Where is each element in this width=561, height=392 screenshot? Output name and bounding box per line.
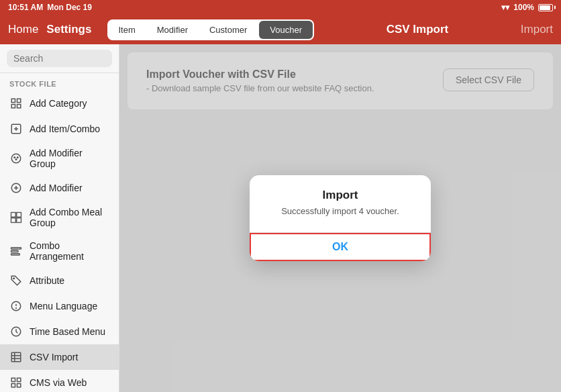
dialog-ok-button[interactable]: OK [250,233,431,261]
tab-voucher[interactable]: Voucher [259,21,313,39]
sidebar-item-csv-import[interactable]: CSV Import [0,344,119,370]
wifi-icon: ▾▾ [501,3,509,12]
svg-rect-0 [11,99,15,102]
sidebar-item-attribute[interactable]: Attribute [0,268,119,293]
svg-rect-27 [11,352,21,362]
svg-rect-20 [11,254,20,255]
status-bar-left: 10:51 AM Mon Dec 19 [8,3,92,12]
header-tabs: Item Modifier Customer Voucher [107,19,314,40]
sidebar-item-menu-language[interactable]: Menu Language [0,293,119,319]
sidebar-item-add-category[interactable]: Add Category [0,91,119,116]
sidebar-item-add-combo-meal-group[interactable]: Add Combo Meal Group [0,201,119,234]
sidebar-label-add-combo-meal-group: Add Combo Meal Group [30,207,109,228]
table-icon [9,350,23,364]
status-bar: 10:51 AM Mon Dec 19 ▾▾ 100% [0,0,561,15]
grid-icon [9,97,23,110]
sidebar-item-add-modifier[interactable]: Add Modifier [0,175,119,201]
search-bar [0,44,119,73]
dialog-buttons: OK [250,233,431,261]
sidebar-label-add-modifier: Add Modifier [30,183,83,193]
tag-icon [9,274,23,287]
sidebar-label-add-modifier-group: Add Modifier Group [30,148,109,169]
svg-point-8 [14,157,15,158]
circle-dots-icon [9,152,23,165]
header-nav: Home Settings [8,23,91,36]
tab-customer[interactable]: Customer [199,19,258,40]
time: 10:51 AM [8,3,43,12]
battery-icon [538,4,553,11]
main-layout: STOCK FILE Add Category Add Item/Combo A… [0,44,561,392]
svg-rect-32 [17,378,21,381]
svg-rect-15 [17,213,21,217]
sidebar-item-add-modifier-group[interactable]: Add Modifier Group [0,142,119,175]
sidebar-item-time-based-menu[interactable]: Time Based Menu [0,319,119,344]
sidebar-label-time-based-menu: Time Based Menu [30,326,105,337]
arrange-icon [9,244,23,258]
svg-rect-31 [11,378,15,381]
svg-rect-3 [17,105,21,108]
status-bar-right: ▾▾ 100% [501,3,553,12]
plus-circle-icon [9,181,23,195]
dialog-title: Import [263,189,417,202]
svg-rect-34 [17,384,21,387]
sidebar-label-combo-arrangement: Combo Arrangement [30,240,109,262]
header: Home Settings Item Modifier Customer Vou… [0,15,561,44]
tab-modifier[interactable]: Modifier [146,19,199,40]
svg-point-10 [15,159,17,160]
nav-home[interactable]: Home [8,23,38,36]
sidebar-label-menu-language: Menu Language [30,301,97,311]
import-dialog: Import Successfully import 4 voucher. OK [250,175,431,261]
svg-rect-18 [11,248,21,249]
svg-rect-2 [11,105,15,108]
sidebar-label-add-item-combo: Add Item/Combo [30,124,100,134]
clock-icon [9,325,23,338]
sidebar-label-add-category: Add Category [30,98,87,109]
svg-rect-33 [11,384,15,387]
grid2-icon [9,376,23,389]
dialog-message: Successfully import 4 voucher. [263,206,417,216]
svg-rect-16 [11,218,16,223]
content-area: Import Voucher with CSV File - Download … [119,44,561,392]
battery-percent: 100% [513,3,534,12]
nav-settings[interactable]: Settings [46,23,91,36]
plus-square-icon [9,122,23,136]
svg-rect-17 [17,218,21,223]
svg-point-25 [16,308,17,309]
svg-marker-21 [11,276,21,285]
dialog-overlay: Import Successfully import 4 voucher. OK [119,44,561,392]
svg-rect-1 [17,99,21,102]
sidebar: STOCK FILE Add Category Add Item/Combo A… [0,44,119,392]
dialog-body: Import Successfully import 4 voucher. [250,175,431,223]
day: Mon Dec 19 [47,3,92,12]
sidebar-item-cms-via-web[interactable]: CMS via Web [0,370,119,392]
sidebar-label-cms-via-web: CMS via Web [30,377,87,388]
section-stock-file: STOCK FILE [0,73,119,91]
sidebar-label-attribute: Attribute [30,275,64,286]
page-title: CSV Import [325,23,510,36]
grid-small-icon [9,211,23,224]
tab-item[interactable]: Item [107,19,146,40]
alert-circle-icon [9,299,23,313]
sidebar-item-combo-arrangement[interactable]: Combo Arrangement [0,234,119,268]
import-action[interactable]: Import [521,23,553,36]
svg-rect-19 [11,250,19,252]
svg-rect-14 [11,213,16,217]
search-input[interactable] [7,50,112,67]
svg-point-22 [13,278,15,279]
sidebar-item-add-item-combo[interactable]: Add Item/Combo [0,116,119,142]
svg-point-9 [17,157,19,158]
sidebar-label-csv-import: CSV Import [30,352,78,362]
